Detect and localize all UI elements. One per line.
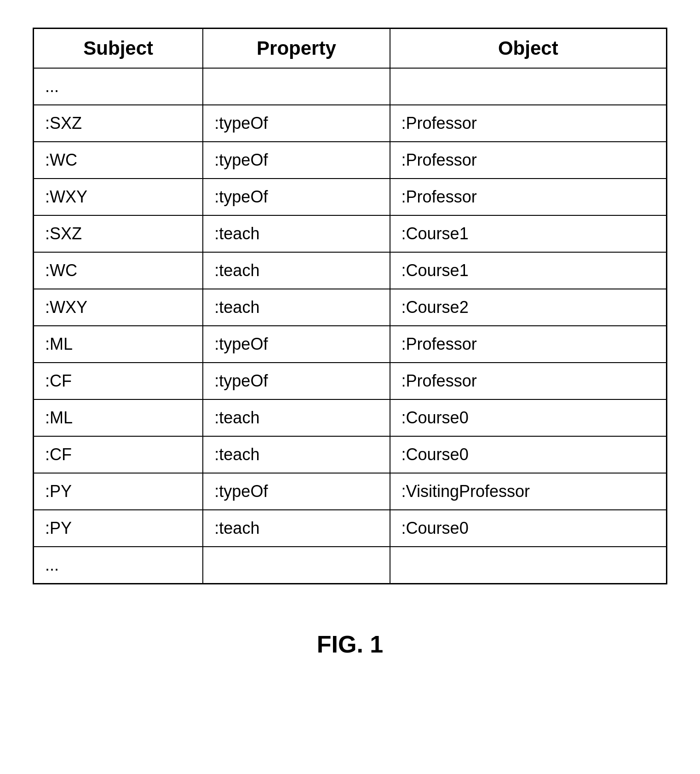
cell-property: :typeOf [203,179,390,215]
table-row: :CF:typeOf:Professor [34,363,667,399]
figure-label: FIG. 1 [317,630,383,658]
table-row: :PY:typeOf:VisitingProfessor [34,473,667,510]
cell-property: :teach [203,289,390,326]
cell-property: :teach [203,510,390,547]
cell-property: :typeOf [203,473,390,510]
cell-subject: :WXY [34,289,203,326]
cell-subject: :PY [34,473,203,510]
cell-object: :Professor [390,179,667,215]
cell-object: :Course0 [390,510,667,547]
cell-property [203,68,390,105]
cell-subject: :CF [34,363,203,399]
cell-object: :Course0 [390,399,667,436]
table-row: :ML:teach:Course0 [34,399,667,436]
cell-property: :teach [203,399,390,436]
table-row: :PY:teach:Course0 [34,510,667,547]
table-row: :CF:teach:Course0 [34,436,667,473]
cell-property: :typeOf [203,105,390,142]
cell-property: :teach [203,252,390,289]
cell-property [203,547,390,584]
cell-subject: :PY [34,510,203,547]
table-row: :WC:typeOf:Professor [34,142,667,179]
cell-object: :Professor [390,105,667,142]
cell-property: :typeOf [203,363,390,399]
cell-subject: :ML [34,399,203,436]
cell-property: :teach [203,215,390,252]
cell-property: :typeOf [203,326,390,363]
main-table-container: Subject Property Object ...:SXZ:typeOf:P… [33,28,667,584]
cell-subject: :WXY [34,179,203,215]
cell-object: :Course1 [390,215,667,252]
table-row: ... [34,68,667,105]
cell-subject: :SXZ [34,105,203,142]
cell-object: :VisitingProfessor [390,473,667,510]
cell-subject: :ML [34,326,203,363]
table-row: :WC:teach:Course1 [34,252,667,289]
table-row: :SXZ:typeOf:Professor [34,105,667,142]
table-row: :ML:typeOf:Professor [34,326,667,363]
cell-property: :teach [203,436,390,473]
header-object: Object [390,29,667,69]
cell-property: :typeOf [203,142,390,179]
cell-object [390,547,667,584]
cell-object: :Course1 [390,252,667,289]
cell-object: :Professor [390,326,667,363]
table-header-row: Subject Property Object [34,29,667,69]
cell-object: :Course2 [390,289,667,326]
cell-object: :Course0 [390,436,667,473]
table-row: :SXZ:teach:Course1 [34,215,667,252]
cell-subject: ... [34,547,203,584]
cell-subject: :CF [34,436,203,473]
cell-subject: :WC [34,142,203,179]
cell-object: :Professor [390,142,667,179]
table-row: ... [34,547,667,584]
table-row: :WXY:typeOf:Professor [34,179,667,215]
header-subject: Subject [34,29,203,69]
cell-object [390,68,667,105]
cell-subject: :WC [34,252,203,289]
cell-object: :Professor [390,363,667,399]
header-property: Property [203,29,390,69]
cell-subject: ... [34,68,203,105]
table-row: :WXY:teach:Course2 [34,289,667,326]
cell-subject: :SXZ [34,215,203,252]
triple-table: Subject Property Object ...:SXZ:typeOf:P… [33,28,667,584]
